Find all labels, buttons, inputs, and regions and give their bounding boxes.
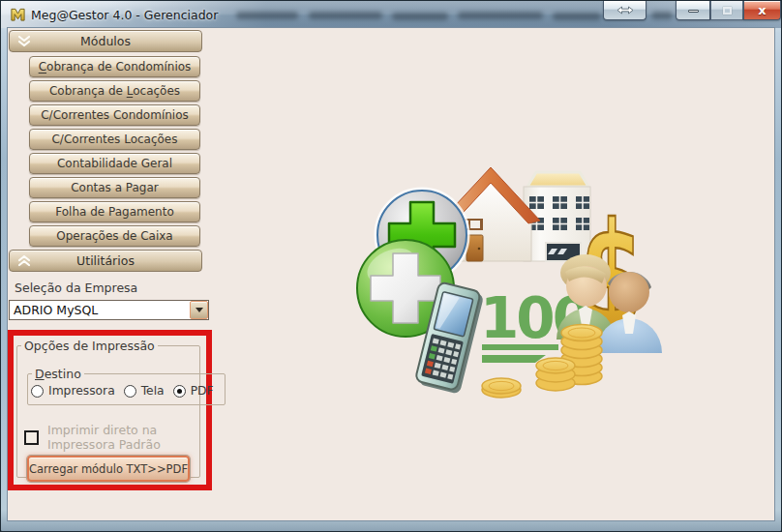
minimize-button[interactable]: [676, 1, 710, 20]
company-select-dropdown-button[interactable]: [190, 301, 208, 319]
maximize-icon: [723, 7, 732, 15]
radio-circle-icon: [31, 385, 44, 398]
chevron-double-down-icon: [17, 35, 31, 48]
sidebar-section-modulos[interactable]: Módulos: [9, 30, 202, 52]
sidebar-item-folha-de-pagamento[interactable]: Folha de Pagamento: [29, 201, 200, 222]
glass-blur-artifact: [651, 12, 673, 19]
print-options-title: Opções de Impressão: [21, 339, 158, 353]
section-label: Módulos: [10, 34, 201, 48]
load-txt-pdf-module-button[interactable]: Carregar módulo TXT>>PDF: [27, 456, 190, 482]
radio-circle-icon: [124, 385, 136, 398]
section-label: Utilitários: [10, 253, 201, 268]
glass-blur-artifact: [392, 13, 448, 20]
direct-print-label: Imprimir direto na Impressora Padrão: [47, 423, 161, 452]
radio-impressora[interactable]: Impressora: [31, 384, 115, 398]
direct-print-checkbox[interactable]: [24, 430, 39, 445]
double-horizontal-arrow-icon: [617, 6, 634, 15]
direct-print-label-line1: Imprimir direto na: [47, 423, 157, 437]
chevron-double-up-icon: [17, 254, 31, 268]
sidebar-item-cobranca-de-locacoes[interactable]: Cobrança de Locações: [29, 80, 200, 102]
sidebar-item-c-correntes-locacoes[interactable]: C/Correntes Locações: [29, 129, 200, 150]
coin-stack-mid: [536, 358, 575, 391]
maximize-button[interactable]: [710, 1, 743, 20]
glass-blur-artifact: [236, 12, 298, 19]
company-select-value: ADRIO MySQL: [10, 303, 190, 317]
sidebar-item-contas-a-pagar[interactable]: Contas a Pagar: [29, 177, 200, 198]
app-logo-icon: [10, 7, 26, 22]
print-options-group: Opções de Impressão Destino ImpressoraTe…: [16, 339, 200, 478]
titlebar[interactable]: Meg@Gestor 4.0 - Gerenciador x: [1, 1, 781, 28]
sidebar-item-operacoes-de-caixa[interactable]: Operações de Caixa: [29, 225, 200, 247]
glass-blur-artifact: [553, 13, 601, 20]
destination-group: Destino ImpressoraTelaPDF: [27, 367, 226, 405]
radio-label: Tela: [141, 384, 165, 398]
glass-blur-artifact: [458, 12, 543, 19]
client-area: Módulos Cobrança de CondomíniosCobrança …: [8, 28, 774, 520]
sidebar-item-cobranca-de-condominios[interactable]: Cobrança de Condomínios: [29, 56, 200, 77]
minimize-icon: [688, 10, 699, 13]
radio-tela[interactable]: Tela: [124, 384, 165, 398]
glass-blur-artifact: [309, 12, 382, 19]
sidebar-section-utilitarios[interactable]: Utilitários: [9, 250, 202, 272]
direct-print-row: Imprimir direto na Impressora Padrão: [24, 423, 161, 452]
sidebar-item-contabilidade-geral[interactable]: Contabilidade Geral: [29, 153, 200, 174]
sidebar-item-c-correntes-condominios[interactable]: C/Correntes Condomínios: [29, 104, 200, 126]
red-highlight-rectangle: Opções de Impressão Destino ImpressoraTe…: [8, 330, 212, 490]
radio-pdf[interactable]: PDF: [173, 384, 214, 398]
destination-options: ImpressoraTelaPDF: [28, 381, 225, 398]
radio-circle-icon: [173, 385, 186, 398]
company-select[interactable]: ADRIO MySQL: [9, 300, 209, 320]
destination-legend: Destino: [32, 367, 84, 381]
close-icon: x: [758, 4, 766, 16]
radio-label: PDF: [191, 384, 214, 398]
direct-print-label-line2: Impressora Padrão: [47, 437, 161, 452]
company-select-label: Seleção da Empresa: [15, 281, 137, 295]
window-title: Meg@Gestor 4.0 - Gerenciador: [31, 8, 218, 22]
application-window: Meg@Gestor 4.0 - Gerenciador x Módulos C…: [0, 0, 782, 532]
coin-single: [482, 378, 521, 398]
chevron-down-icon: [196, 308, 203, 312]
close-button[interactable]: x: [743, 1, 781, 20]
module-buttons: Cobrança de CondomíniosCobrança de Locaç…: [29, 56, 200, 250]
radio-label: Impressora: [48, 384, 115, 398]
dashboard-artwork: $: [356, 160, 677, 430]
resize-button[interactable]: [603, 1, 647, 20]
